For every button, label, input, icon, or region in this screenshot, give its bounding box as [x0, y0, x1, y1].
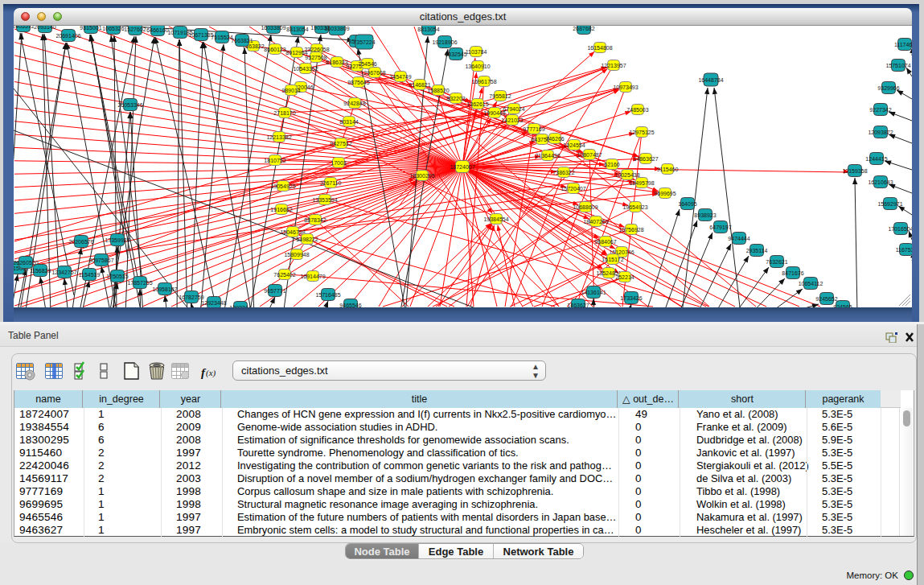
svg-text:164095: 164095	[678, 201, 696, 207]
svg-text:10654112: 10654112	[799, 281, 823, 286]
svg-text:26053346: 26053346	[117, 102, 142, 108]
svg-text:2093140: 2093140	[34, 26, 55, 30]
svg-text:10973493: 10973493	[613, 84, 638, 90]
svg-text:746266: 746266	[545, 136, 564, 142]
svg-text:252214: 252214	[615, 274, 634, 280]
svg-text:1103784: 1103784	[466, 49, 487, 55]
svg-text:1527602: 1527602	[124, 27, 146, 32]
svg-text:9875645: 9875645	[347, 80, 369, 85]
svg-text:1733426: 1733426	[620, 295, 642, 301]
svg-text:16033809: 16033809	[261, 26, 285, 31]
svg-text:18724007: 18724007	[450, 164, 474, 170]
svg-text:62160: 62160	[604, 162, 620, 167]
svg-text:1916682: 1916682	[270, 207, 292, 212]
svg-text:7485003: 7485003	[626, 107, 648, 113]
svg-text:10958187: 10958187	[152, 286, 177, 292]
svg-text:1810752: 1810752	[264, 158, 285, 163]
svg-text:20691406: 20691406	[55, 33, 80, 39]
svg-text:9227342: 9227342	[869, 107, 891, 113]
svg-text:8938923: 8938923	[694, 212, 716, 218]
svg-text:12213957: 12213957	[601, 63, 626, 68]
svg-text:7515524: 7515524	[211, 35, 232, 40]
svg-text:10807487: 10807487	[577, 152, 602, 158]
svg-text:15809948: 15809948	[284, 252, 309, 257]
svg-text:10688609: 10688609	[573, 204, 598, 210]
svg-text:7625402: 7625402	[273, 272, 295, 278]
svg-text:15046798: 15046798	[280, 229, 305, 235]
svg-text:1167534: 1167534	[896, 247, 912, 253]
svg-text:9327508: 9327508	[305, 55, 326, 60]
svg-text:15716485: 15716485	[315, 292, 340, 298]
svg-text:20206576: 20206576	[68, 239, 93, 245]
svg-text:1117465: 1117465	[894, 42, 912, 47]
svg-text:16210643: 16210643	[868, 179, 893, 185]
svg-text:9657771: 9657771	[264, 288, 285, 294]
svg-text:10756928: 10756928	[618, 227, 643, 233]
svg-text:15692971: 15692971	[877, 201, 902, 207]
svg-text:803144: 803144	[339, 119, 358, 125]
svg-text:13353594: 13353594	[312, 197, 337, 203]
svg-text:17359924: 17359924	[105, 237, 129, 243]
svg-text:15720407: 15720407	[561, 186, 585, 192]
svg-text:12159358: 12159358	[842, 168, 867, 174]
svg-text:1615172: 1615172	[602, 257, 623, 262]
svg-text:8813054: 8813054	[417, 27, 439, 32]
svg-text:2718170: 2718170	[273, 110, 295, 116]
svg-text:12923448: 12923448	[201, 300, 226, 306]
svg-text:16961758: 16961758	[471, 79, 496, 84]
svg-text:754546: 754546	[358, 61, 376, 67]
svg-text:9427512: 9427512	[330, 141, 351, 146]
svg-text:12975125: 12975125	[629, 130, 654, 135]
svg-text:9146821: 9146821	[409, 82, 430, 88]
svg-text:19384554: 19384554	[483, 216, 508, 222]
svg-text:1244415: 1244415	[865, 156, 887, 162]
svg-text:16448784: 16448784	[698, 77, 723, 83]
svg-text:23226058: 23226058	[304, 47, 329, 52]
svg-text:989014: 989014	[281, 88, 300, 93]
svg-text:8186323: 8186323	[326, 60, 347, 65]
svg-text:17857255: 17857255	[127, 280, 152, 286]
svg-text:16033809: 16033809	[324, 26, 349, 31]
svg-text:19054925: 19054925	[270, 183, 295, 189]
svg-text:17016504: 17016504	[888, 226, 912, 232]
svg-text:9115460: 9115460	[657, 167, 679, 172]
svg-text:7386322: 7386322	[552, 170, 574, 175]
svg-text:14136141: 14136141	[581, 290, 606, 295]
svg-text:6479197: 6479197	[709, 225, 731, 230]
svg-text:10671385: 10671385	[188, 32, 213, 38]
svg-text:9684067: 9684067	[594, 239, 616, 245]
svg-text:9242848: 9242848	[343, 101, 365, 106]
svg-text:16154808: 16154808	[587, 45, 612, 51]
svg-text:2967608: 2967608	[363, 70, 385, 76]
svg-text:1024554: 1024554	[563, 142, 585, 148]
svg-text:6794024: 6794024	[503, 106, 524, 112]
svg-text:16782759: 16782759	[179, 295, 203, 300]
svg-text:1154519: 1154519	[79, 272, 101, 278]
svg-text:15751074: 15751074	[885, 63, 910, 68]
svg-text:9329966: 9329966	[877, 85, 899, 91]
svg-text:13640910: 13640910	[465, 64, 490, 69]
svg-text:9315001: 9315001	[80, 26, 101, 31]
svg-text:7632621: 7632621	[766, 259, 787, 265]
svg-text:26260520: 26260520	[14, 260, 39, 266]
svg-text:7357224: 7357224	[353, 39, 375, 45]
svg-text:8471676: 8471676	[782, 270, 803, 276]
svg-text:832203: 832203	[446, 96, 465, 101]
svg-text:18495798: 18495798	[629, 180, 654, 186]
svg-text:14863627: 14863627	[633, 156, 658, 162]
svg-text:7955812: 7955812	[489, 93, 511, 99]
svg-text:3267110: 3267110	[320, 180, 342, 186]
svg-text:18407269: 18407269	[583, 219, 608, 225]
svg-text:6466160: 6466160	[146, 27, 168, 33]
svg-text:1065326: 1065326	[102, 26, 124, 31]
svg-text:7663821: 7663821	[231, 38, 253, 43]
svg-text:9474444: 9474444	[728, 236, 749, 241]
svg-text:1362615: 1362615	[466, 101, 488, 107]
svg-text:5498222: 5498222	[296, 237, 318, 242]
svg-text:(x): (x)	[206, 368, 216, 378]
svg-text:16914479: 16914479	[300, 274, 325, 279]
svg-text:1156829: 1156829	[30, 268, 51, 274]
svg-text:21364436: 21364436	[535, 153, 560, 159]
svg-text:8878342: 8878342	[304, 217, 326, 223]
svg-text:2687682: 2687682	[573, 26, 594, 31]
